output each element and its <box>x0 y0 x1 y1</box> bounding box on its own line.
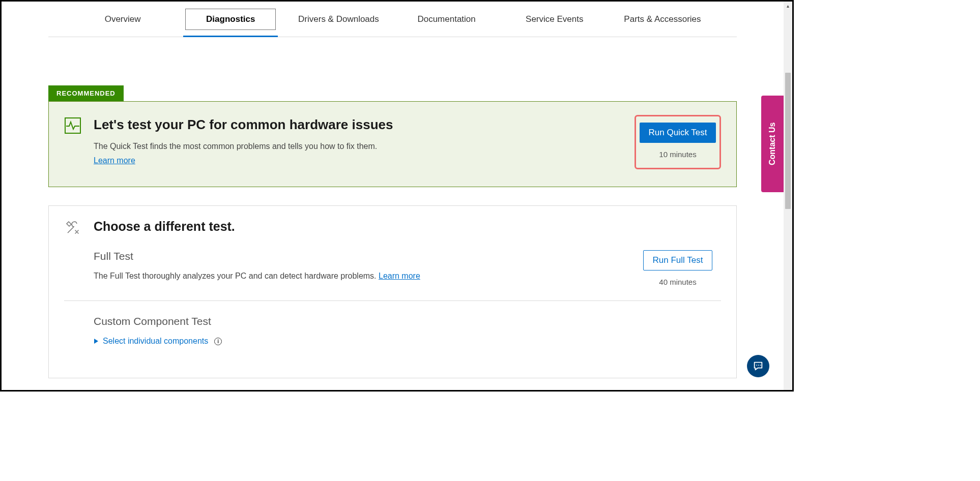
scrollbar[interactable]: ▴ <box>784 2 792 390</box>
heart-monitor-icon <box>64 117 81 134</box>
other-tests-card: Choose a different test. Full Test The F… <box>48 205 737 378</box>
svg-point-3 <box>758 365 759 366</box>
info-icon[interactable]: i <box>214 338 222 345</box>
full-test-learn-endregion-link[interactable]: Learn more <box>379 272 420 280</box>
custom-test-section: Custom Component Test Select individual … <box>64 300 721 360</box>
tab-diagnostics[interactable]: Diagnostics <box>177 2 284 37</box>
full-test-desc: The Full Test thoroughly analyzes your P… <box>94 272 635 281</box>
custom-test-heading: Custom Component Test <box>94 315 721 327</box>
tab-overview[interactable]: Overview <box>69 2 177 37</box>
tab-parts[interactable]: Parts & Accessories <box>609 2 716 37</box>
quick-test-title: Let's test your PC for common hardware i… <box>94 117 635 133</box>
run-full-test-button[interactable]: Run Full Test <box>643 250 713 270</box>
full-test-heading: Full Test <box>94 250 635 262</box>
choose-different-title: Choose a different test. <box>94 219 721 234</box>
tab-documentation[interactable]: Documentation <box>393 2 501 37</box>
recommended-badge: RECOMMENDED <box>48 85 124 101</box>
tools-icon <box>64 219 81 236</box>
chat-icon <box>753 360 764 372</box>
chevron-right-icon <box>94 338 99 344</box>
quick-test-card: Let's test your PC for common hardware i… <box>48 101 737 187</box>
quick-test-highlight: Run Quick Test 10 minutes <box>635 115 721 169</box>
tab-drivers[interactable]: Drivers & Downloads <box>284 2 392 37</box>
svg-point-2 <box>756 365 757 366</box>
scroll-up-arrow-icon[interactable]: ▴ <box>784 2 792 10</box>
scroll-thumb[interactable] <box>785 73 791 209</box>
tab-service-events[interactable]: Service Events <box>501 2 609 37</box>
run-quick-test-button[interactable]: Run Quick Test <box>640 123 716 143</box>
tab-bar: Overview Diagnostics Drivers & Downloads… <box>48 2 737 37</box>
svg-point-4 <box>760 365 761 366</box>
contact-us-tab[interactable]: Contact Us <box>761 96 784 192</box>
chat-button[interactable] <box>747 355 769 377</box>
select-components-link[interactable]: Select individual components i <box>94 337 222 346</box>
full-test-duration: 40 minutes <box>635 278 721 286</box>
full-test-section: Full Test The Full Test thoroughly analy… <box>64 247 721 300</box>
svg-marker-1 <box>94 339 98 344</box>
quick-test-duration: 10 minutes <box>639 150 716 159</box>
quick-test-learn-more-link[interactable]: Learn more <box>94 156 135 165</box>
quick-test-desc: The Quick Test finds the most common pro… <box>94 142 635 151</box>
